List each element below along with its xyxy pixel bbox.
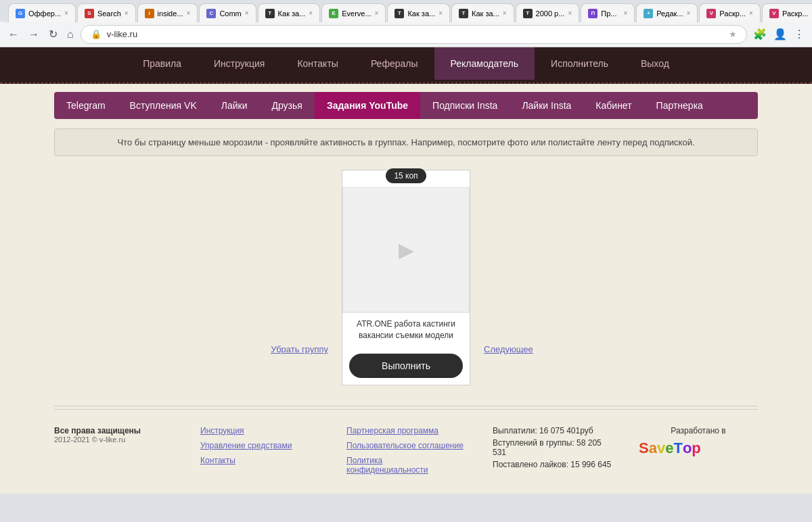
refresh-button[interactable]: ↻ — [46, 25, 60, 43]
sub-nav-item-подпискиinsta[interactable]: Подписки Insta — [420, 92, 510, 119]
footer-copyright: Все права защищены — [54, 426, 173, 435]
top-nav-item-контакты[interactable]: Контакты — [281, 47, 354, 80]
profile-icon[interactable]: 👤 — [771, 26, 789, 43]
browser-tab-tab7[interactable]: TКак за...× — [387, 3, 450, 22]
sub-nav-item-telegram[interactable]: Telegram — [54, 92, 118, 119]
logo-letter-e: e — [665, 440, 673, 457]
footer-link-политикак[interactable]: Политика конфиденциальности — [346, 456, 466, 475]
top-nav: ПравилаИнструкцияКонтактыРефералыРекламо… — [0, 47, 812, 80]
browser-tab-tab10[interactable]: ППр...× — [581, 3, 635, 22]
footer-divider-1 — [54, 406, 758, 406]
remove-group-link[interactable]: Убрать группу — [271, 344, 328, 354]
sub-nav-item-партнерка[interactable]: Партнерка — [644, 92, 715, 119]
top-nav-item-правила[interactable]: Правила — [127, 47, 198, 80]
top-nav-item-рефералы[interactable]: Рефералы — [355, 47, 434, 80]
footer-link-управлениесредствами[interactable]: Управление средствами — [200, 441, 319, 450]
logo-letter-p: p — [692, 440, 700, 457]
toolbar-icons: 🧩 👤 ⋮ — [751, 26, 807, 43]
task-right: Следующее — [484, 170, 579, 354]
sub-nav: TelegramВступления VKЛайкиДрузьяЗадания … — [54, 92, 758, 119]
top-nav-item-инструкция[interactable]: Инструкция — [198, 47, 281, 80]
logo-letter-T: T — [673, 440, 682, 457]
savetop-logo: SaveTop — [639, 440, 758, 457]
footer-col-brand: Разработано в SaveTop — [639, 426, 758, 457]
footer-stat: Вступлений в группы: 58 205 531 — [493, 438, 612, 457]
browser-tab-tab13[interactable]: VРаскр...× — [762, 3, 812, 22]
browser-tab-tab3[interactable]: iinside...× — [137, 3, 198, 22]
sub-nav-item-друзья[interactable]: Друзья — [260, 92, 315, 119]
browser-tab-tab2[interactable]: SSearch× — [77, 3, 136, 22]
browser-tab-tab11[interactable]: +Редак...× — [636, 3, 698, 22]
logo-letter-a: a — [649, 440, 657, 457]
task-badge-row: 15 коп — [342, 170, 470, 187]
page-content: ПравилаИнструкцияКонтактыРефералыРекламо… — [0, 47, 812, 494]
nav-separator — [0, 80, 812, 84]
back-button[interactable]: ← — [5, 26, 22, 43]
browser-tab-tab4[interactable]: CComm× — [199, 3, 256, 22]
title-bar: GОффер...×SSearch×iinside...×CComm×TКак … — [0, 0, 812, 22]
sub-nav-item-кабинет[interactable]: Кабинет — [583, 92, 644, 119]
execute-button[interactable]: Выполнить — [349, 354, 463, 378]
browser-tab-tab12[interactable]: VРаскр...× — [699, 3, 761, 22]
sub-nav-item-лайкиinsta[interactable]: Лайки Insta — [510, 92, 583, 119]
top-nav-item-рекламодатель[interactable]: Рекламодатель — [434, 47, 535, 80]
footer-stat: Выплатили: 16 075 401руб — [493, 426, 612, 435]
footer: Все права защищены 2012-2021 © v-like.ru… — [0, 419, 812, 494]
forward-button[interactable]: → — [26, 26, 42, 43]
extensions-icon[interactable]: 🧩 — [751, 26, 769, 43]
sub-nav-item-заданияyoutube[interactable]: Задания YouTube — [315, 92, 420, 119]
info-banner: Что бы страницу меньше морозили - проявл… — [54, 128, 758, 156]
execute-btn-container: Выполнить — [342, 347, 470, 385]
footer-brand-label: Разработано в — [639, 426, 758, 435]
top-nav-item-выход[interactable]: Выход — [625, 47, 685, 80]
task-badge: 15 коп — [386, 168, 426, 183]
footer-link-инструкция[interactable]: Инструкция — [200, 426, 319, 435]
footer-link-пользовате[interactable]: Пользовательское соглашение — [346, 441, 466, 450]
sub-nav-item-вступленияvk[interactable]: Вступления VK — [118, 92, 209, 119]
sub-nav-item-лайки[interactable]: Лайки — [209, 92, 260, 119]
logo-letter-o: o — [683, 440, 692, 457]
footer-divider-2 — [54, 409, 758, 410]
task-description: ATR.ONE работа кастинги вакансии съемки … — [342, 312, 470, 347]
browser-tab-tab5[interactable]: TКак за...× — [258, 3, 321, 22]
footer-col-copyright: Все права защищены 2012-2021 © v-like.ru — [54, 426, 173, 444]
info-banner-text: Что бы страницу меньше морозили - проявл… — [117, 137, 694, 147]
tab-bar: GОффер...×SSearch×iinside...×CComm×TКак … — [4, 0, 812, 22]
browser-frame: GОффер...×SSearch×iinside...×CComm×TКак … — [0, 0, 812, 522]
browser-tab-tab6[interactable]: EEverve...× — [321, 3, 386, 22]
logo-letter-v: v — [657, 440, 665, 457]
browser-tab-tab8[interactable]: TКак за...× — [451, 3, 514, 22]
browser-tab-tab1[interactable]: GОффер...× — [8, 3, 76, 22]
sub-nav-container: TelegramВступления VKЛайкиДрузьяЗадания … — [54, 92, 758, 119]
task-card: 15 коп ▶ ATR.ONE работа кастинги ваканси… — [342, 170, 470, 385]
logo-letter-S: S — [639, 440, 649, 457]
footer-link-контакты[interactable]: Контакты — [200, 456, 319, 465]
toolbar: ← → ↻ ⌂ 🔒 v-like.ru ★ 🧩 👤 ⋮ — [0, 22, 812, 47]
task-left: Убрать группу — [233, 170, 328, 354]
footer-link-партнерска[interactable]: Партнерская программа — [346, 426, 466, 435]
browser-tab-tab9[interactable]: T2000 р...× — [516, 3, 580, 22]
menu-icon[interactable]: ⋮ — [792, 26, 807, 43]
footer-year: 2012-2021 © v-like.ru — [54, 435, 173, 444]
footer-col-links1: ИнструкцияУправление средствамиКонтакты — [200, 426, 319, 471]
address-text: v-like.ru — [107, 29, 723, 39]
task-area: Убрать группу 15 коп ▶ ATR.ONE работа ка… — [54, 170, 758, 385]
task-image-area: ▶ — [342, 187, 470, 312]
home-button[interactable]: ⌂ — [64, 26, 76, 43]
next-link[interactable]: Следующее — [484, 344, 533, 354]
footer-col-links2: Партнерская программаПользовательское со… — [346, 426, 466, 480]
address-bar[interactable]: 🔒 v-like.ru ★ — [81, 25, 747, 44]
footer-stat: Поставлено лайков: 15 996 645 — [493, 460, 612, 469]
top-nav-item-исполнитель[interactable]: Исполнитель — [535, 47, 625, 80]
footer-col-stats: Выплатили: 16 075 401рубВступлений в гру… — [493, 426, 612, 472]
